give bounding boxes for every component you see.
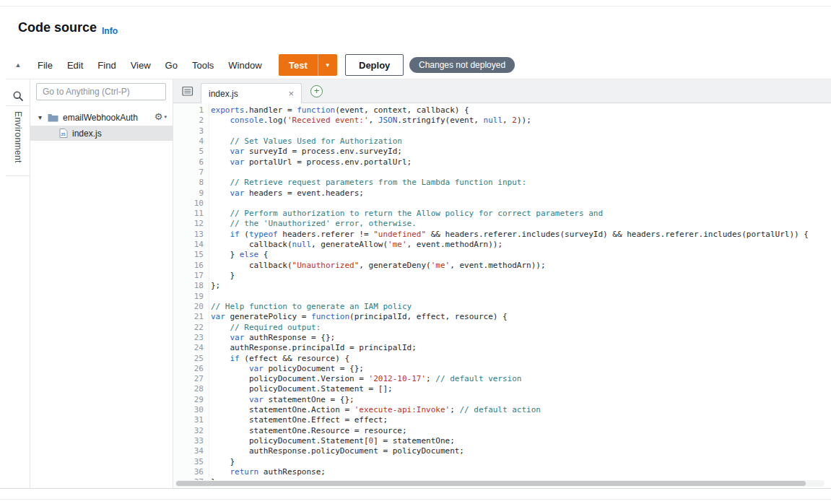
- left-rail: Environment: [6, 79, 30, 488]
- code-line[interactable]: }: [211, 457, 831, 467]
- code-line[interactable]: statementOne.Action = 'execute-api:Invok…: [211, 405, 831, 415]
- page-title: Code source: [18, 20, 97, 35]
- menu-go[interactable]: Go: [158, 60, 185, 71]
- code-line[interactable]: // the 'Unauthorized' error, otherwise.: [211, 219, 831, 229]
- lambda-code-source-panel: Code source Info ▲ File Edit Find View G…: [0, 0, 831, 504]
- menu-file[interactable]: File: [30, 60, 60, 71]
- code-line[interactable]: // Set Values Used for Authorization: [211, 136, 831, 147]
- code-line[interactable]: [211, 126, 831, 136]
- menu-window[interactable]: Window: [221, 60, 269, 71]
- code-line[interactable]: exports.handler = function(event, contex…: [211, 105, 831, 116]
- gear-caret-icon: ▾: [164, 114, 167, 120]
- test-button-label[interactable]: Test: [279, 54, 318, 76]
- code-line[interactable]: [211, 199, 831, 209]
- tab-bar: index.js × +: [173, 79, 831, 103]
- code-line[interactable]: // Help function to generate an IAM poli…: [211, 302, 831, 312]
- open-files-list-glyph: [182, 86, 193, 97]
- panel-bottom-border: [0, 488, 831, 489]
- code-content[interactable]: exports.handler = function(event, contex…: [211, 105, 831, 488]
- editor-menubar: ▲ File Edit Find View Go Tools Window: [6, 54, 269, 76]
- new-tab-button[interactable]: +: [310, 85, 323, 97]
- rail-divider: [6, 105, 30, 106]
- tab-indexjs[interactable]: index.js ×: [201, 83, 302, 103]
- open-files-list-icon[interactable]: [182, 86, 193, 100]
- code-line[interactable]: var generatePolicy = function(principalI…: [211, 312, 831, 322]
- folder-icon: [48, 113, 58, 122]
- code-line[interactable]: }: [211, 271, 831, 281]
- line-numbers: 1234567891011121314151617181920212223242…: [173, 105, 209, 488]
- code-line[interactable]: if (typeof headers.referer != "undefined…: [211, 230, 831, 240]
- code-line[interactable]: // Required output:: [211, 323, 831, 333]
- code-line[interactable]: var surveyId = process.env.surveyId;: [211, 147, 831, 157]
- code-line[interactable]: statementOne.Effect = effect;: [211, 415, 831, 425]
- code-line[interactable]: };: [211, 281, 831, 291]
- code-line[interactable]: if (effect && resource) {: [211, 354, 831, 364]
- horizontal-scrollbar[interactable]: [175, 480, 825, 487]
- changes-status-badge: Changes not deployed: [409, 57, 515, 73]
- code-line[interactable]: var headers = event.headers;: [211, 188, 831, 199]
- code-line[interactable]: var statementOne = {};: [211, 395, 831, 405]
- code-line[interactable]: var portalUrl = process.env.portalUrl;: [211, 157, 831, 168]
- code-line[interactable]: authResponse.policyDocument = policyDocu…: [211, 446, 831, 456]
- code-line[interactable]: policyDocument.Version = '2012-10-17'; /…: [211, 374, 831, 384]
- search-icon-glyph: [12, 90, 24, 102]
- tree-folder-row[interactable]: ▾ emailWebhookAuth ⚙ ▾: [30, 110, 173, 125]
- collapse-panel-icon[interactable]: ▲: [6, 61, 30, 69]
- code-line[interactable]: return authResponse;: [211, 467, 831, 477]
- code-line[interactable]: callback(null, generateAllow('me', event…: [211, 240, 831, 250]
- code-line[interactable]: [211, 292, 831, 302]
- deploy-button[interactable]: Deploy: [345, 54, 404, 76]
- code-line[interactable]: [211, 168, 831, 178]
- horizontal-scrollbar-thumb[interactable]: [176, 481, 806, 486]
- code-line[interactable]: policyDocument.Statement[0] = statementO…: [211, 436, 831, 446]
- code-line[interactable]: } else {: [211, 250, 831, 260]
- svg-text:JS: JS: [61, 132, 66, 136]
- menu-view[interactable]: View: [123, 60, 158, 71]
- environment-tab[interactable]: Environment: [13, 111, 23, 163]
- tree-file-row-indexjs[interactable]: JS index.js: [30, 126, 173, 141]
- folder-name: emailWebhookAuth: [63, 113, 138, 123]
- code-line[interactable]: console.log('Received event:', JSON.stri…: [211, 116, 831, 126]
- file-name: index.js: [72, 129, 102, 139]
- file-explorer-panel: ▾ emailWebhookAuth ⚙ ▾ JS index.js: [30, 79, 173, 488]
- next-card-border: [0, 499, 831, 500]
- tab-close-icon[interactable]: ×: [288, 89, 294, 98]
- js-file-icon: JS: [59, 129, 68, 138]
- goto-anything-input[interactable]: [36, 83, 166, 100]
- test-button[interactable]: Test ▼: [279, 54, 337, 76]
- info-link[interactable]: Info: [102, 26, 118, 36]
- search-icon[interactable]: [6, 86, 30, 105]
- card-top-border: [0, 6, 831, 6]
- test-dropdown-caret-icon[interactable]: ▼: [318, 54, 337, 76]
- code-line[interactable]: // Retrieve request parameters from the …: [211, 178, 831, 188]
- code-line[interactable]: statementOne.Resource = resource;: [211, 426, 831, 436]
- tab-label: index.js: [209, 89, 282, 99]
- editor-body[interactable]: 1234567891011121314151617181920212223242…: [173, 103, 831, 488]
- menu-tools[interactable]: Tools: [185, 60, 221, 71]
- code-line[interactable]: callback("Unauthorized", generateDeny('m…: [211, 261, 831, 271]
- code-line[interactable]: var policyDocument = {};: [211, 364, 831, 374]
- rail-divider: [6, 175, 30, 176]
- settings-gear-button[interactable]: ⚙ ▾: [155, 112, 167, 122]
- folder-expand-caret-icon[interactable]: ▾: [38, 114, 48, 121]
- menu-edit[interactable]: Edit: [60, 60, 90, 71]
- gear-icon: ⚙: [155, 112, 163, 122]
- menu-find[interactable]: Find: [90, 60, 123, 71]
- code-line[interactable]: policyDocument.Statement = [];: [211, 384, 831, 394]
- code-line[interactable]: var authResponse = {};: [211, 333, 831, 343]
- code-editor: index.js × + 123456789101112131415161718…: [173, 79, 831, 488]
- code-line[interactable]: // Perform authorization to return the A…: [211, 209, 831, 219]
- code-line[interactable]: authResponse.principalId = principalId;: [211, 343, 831, 353]
